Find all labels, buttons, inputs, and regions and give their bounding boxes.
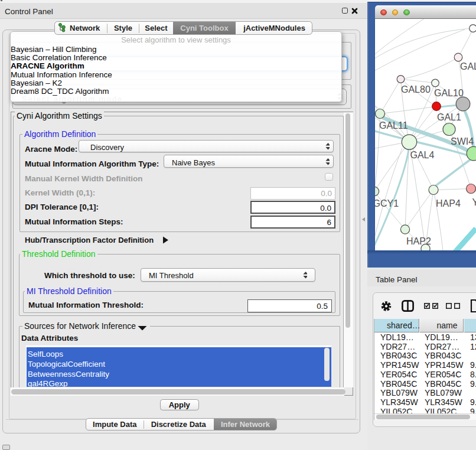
svg-text:HAP4: HAP4: [436, 198, 461, 208]
svg-text:GAL10: GAL10: [434, 88, 464, 98]
svg-text:GAL4: GAL4: [410, 150, 435, 160]
svg-text:SWI4: SWI4: [451, 136, 474, 146]
svg-text:GAL11: GAL11: [379, 120, 408, 131]
svg-text:GAL1: GAL1: [437, 112, 461, 122]
svg-text:GCY1: GCY1: [375, 198, 399, 208]
svg-text:GAL7: GAL7: [460, 61, 476, 71]
svg-text:HAP2: HAP2: [406, 236, 431, 246]
svg-text:GAL80: GAL80: [401, 84, 431, 94]
svg-text:YE: YE: [472, 197, 476, 207]
